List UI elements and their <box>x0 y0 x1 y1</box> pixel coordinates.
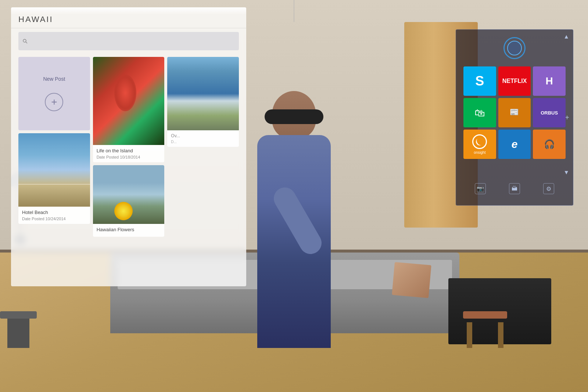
landscape-icon: 🏔 <box>512 185 517 192</box>
ocean-card[interactable]: Ov... D... <box>167 57 239 147</box>
nav-down-button[interactable]: ▼ <box>563 169 569 176</box>
svg-point-0 <box>23 39 26 42</box>
onsight-label: onsight <box>474 150 485 155</box>
nav-plus-button[interactable]: + <box>565 113 569 122</box>
ocean-image <box>167 57 239 130</box>
post-date-ocean: D... <box>171 140 235 144</box>
stool-leg-left <box>467 322 472 348</box>
holo-app-tile[interactable]: H <box>533 66 566 96</box>
post-date-island: Date Posted 10/18/2014 <box>97 155 161 159</box>
settings-button[interactable]: ⚙ <box>543 183 554 194</box>
nav-up-button[interactable]: ▲ <box>563 33 569 40</box>
hawaiian-flowers-card[interactable]: Hawaiian Flowers <box>93 165 165 237</box>
netflix-label: NETFLIX <box>502 78 527 84</box>
stool-seat <box>463 311 507 319</box>
news-icon: 📰 <box>510 108 519 116</box>
app-tiles-grid: S NETFLIX H 🛍 📰 ORBUS onsight <box>463 66 566 159</box>
bottom-icons-bar: 📷 🏔 ⚙ <box>463 183 566 194</box>
orbus-label: ORBUS <box>541 110 558 116</box>
music-tile[interactable]: 🎧 <box>533 130 566 159</box>
beach-image <box>18 133 90 207</box>
hawaiian-image <box>93 165 165 224</box>
hotel-beach-card[interactable]: Hotel Beach Date Posted 10/24/2014 <box>18 133 90 224</box>
post-title-island: Life on the Island <box>97 148 161 153</box>
skype-icon: S <box>475 73 484 89</box>
posts-right-column: Ov... D... <box>167 57 239 237</box>
person-head <box>272 91 316 139</box>
onsight-tile[interactable]: onsight <box>463 130 496 159</box>
new-post-card[interactable]: New Post + <box>18 57 90 130</box>
ie-icon: e <box>512 138 518 150</box>
ie-tile[interactable]: e <box>498 130 531 159</box>
posts-left-column: New Post + Hotel Beach Date Posted 10/24… <box>18 57 90 237</box>
cortana-inner-ring <box>507 41 522 55</box>
svg-line-1 <box>26 42 27 43</box>
camera-icon: 📷 <box>477 185 484 192</box>
holo-icon: H <box>546 75 553 87</box>
skype-tile[interactable]: S <box>463 66 496 96</box>
onsight-icon <box>472 134 487 149</box>
post-date: Date Posted 10/24/2014 <box>22 217 86 221</box>
settings-icon: ⚙ <box>546 185 551 192</box>
store-tile[interactable]: 🛍 <box>463 98 496 127</box>
person-silhouette <box>235 91 353 348</box>
chair-seat <box>0 311 37 319</box>
stool-leg-right <box>498 322 503 348</box>
panel-header: HAWAII <box>11 7 246 28</box>
overhead-cable <box>294 0 294 22</box>
headphone-icon: 🎧 <box>544 139 555 149</box>
life-on-island-card[interactable]: Life on the Island Date Posted 10/18/201… <box>93 57 165 162</box>
search-area[interactable] <box>18 32 239 50</box>
orbus-tile[interactable]: ORBUS <box>533 98 566 127</box>
new-post-label: New Post <box>43 76 65 82</box>
posts-middle-column: Life on the Island Date Posted 10/18/201… <box>93 57 165 237</box>
chair-leg <box>7 319 29 348</box>
stool <box>463 311 507 348</box>
person-raised-arm <box>270 184 326 258</box>
hololens-headset <box>265 109 323 124</box>
posts-container: New Post + Hotel Beach Date Posted 10/24… <box>11 54 246 240</box>
post-info-hawaiian: Hawaiian Flowers <box>93 224 165 237</box>
landscape-button[interactable]: 🏔 <box>509 183 520 194</box>
post-info-ocean: Ov... D... <box>167 130 239 147</box>
post-info-island: Life on the Island Date Posted 10/18/201… <box>93 145 165 162</box>
store-icon: 🛍 <box>474 107 485 119</box>
netflix-tile[interactable]: NETFLIX <box>498 66 531 96</box>
news-tile[interactable]: 📰 <box>498 98 531 127</box>
post-title-hawaiian: Hawaiian Flowers <box>97 227 161 232</box>
panel-title: HAWAII <box>18 15 239 24</box>
hawaii-blog-panel: HAWAII New Post + Hotel Beach Date Poste… <box>11 7 246 286</box>
person-body <box>257 135 331 348</box>
cortana-button[interactable] <box>503 37 526 59</box>
couch-pillow <box>392 262 431 298</box>
windows-start-panel: ▲ + ▼ S NETFLIX H 🛍 📰 ORBUS <box>456 29 573 206</box>
camera-button[interactable]: 📷 <box>475 183 486 194</box>
new-post-icon[interactable]: + <box>45 93 63 111</box>
flower-image <box>93 57 165 145</box>
post-title: Hotel Beach <box>22 210 86 215</box>
search-icon <box>22 38 28 44</box>
post-info: Hotel Beach Date Posted 10/24/2014 <box>18 207 90 224</box>
post-title-ocean: Ov... <box>171 133 235 138</box>
